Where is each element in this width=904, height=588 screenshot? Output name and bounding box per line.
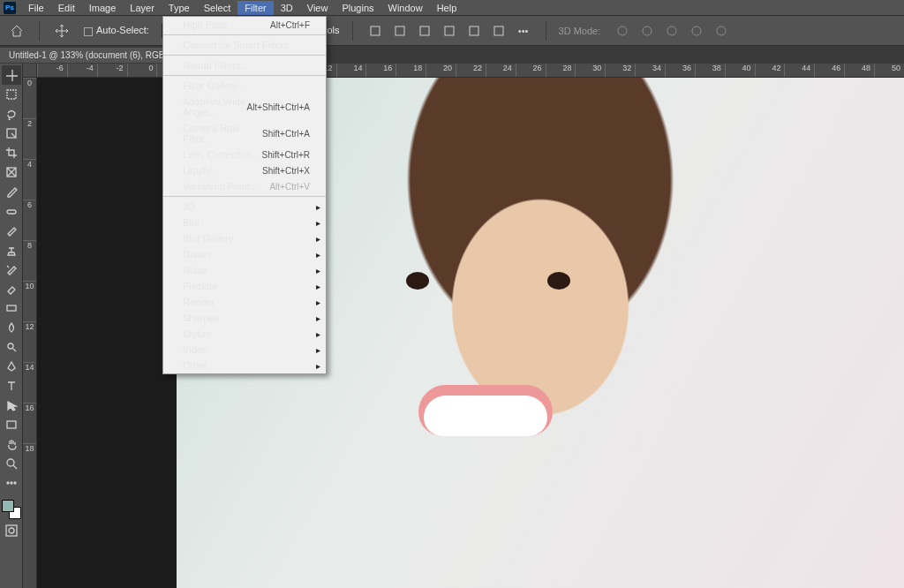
ruler-origin[interactable] [23,64,37,78]
spot-heal-tool[interactable] [2,201,21,221]
slide-3d-icon [687,21,706,41]
svg-rect-1 [396,26,404,35]
zoom-3d-icon [712,21,731,41]
menu-item-label: Noise [183,265,207,275]
align-horizontal-center-icon[interactable] [390,21,410,41]
filter-menu-item[interactable]: Blur [163,215,326,230]
svg-rect-3 [445,26,454,35]
menu-image[interactable]: Image [82,1,124,15]
type-tool[interactable] [2,376,21,396]
rectangle-tool[interactable] [2,415,21,434]
filter-menu-item[interactable]: Sharpen [163,310,326,326]
align-bottom-edges-icon[interactable] [489,21,508,41]
history-brush-tool[interactable] [2,260,21,279]
filter-menu-item[interactable]: Camera Raw Filter...Shift+Ctrl+A [163,120,326,147]
rect-marquee-tool[interactable] [2,85,21,104]
align-right-edges-icon[interactable] [415,21,434,41]
filter-menu-item: Convert for Smart Filters [163,37,326,53]
more-icon[interactable]: ••• [514,21,533,41]
align-vertical-center-icon[interactable] [464,21,484,41]
ruler-tick: 38 [695,64,725,77]
path-select-tool[interactable] [2,396,21,415]
edit-toolbar[interactable] [2,473,21,493]
ruler-tick: 34 [635,64,665,77]
svg-rect-22 [6,525,17,536]
svg-point-16 [8,343,13,349]
filter-menu-item[interactable]: Render [163,294,326,310]
menu-item-label: 3D [183,201,195,212]
frame-tool[interactable] [2,162,21,182]
ruler-tick: 0 [23,78,36,118]
ruler-tick: 18 [396,64,426,77]
ruler-tick: 8 [23,240,36,281]
pen-tool[interactable] [2,357,21,376]
filter-menu-item[interactable]: Noise [163,262,326,278]
align-top-edges-icon[interactable] [440,21,459,41]
document-tab-strip: Untitled-1 @ 133% (document (6), RGB… [0,46,904,64]
menu-type[interactable]: Type [162,1,197,15]
eraser-tool[interactable] [2,279,21,298]
brush-tool[interactable] [2,221,21,240]
menu-help[interactable]: Help [430,1,464,15]
quick-mask-icon[interactable] [2,521,21,540]
menu-layer[interactable]: Layer [123,1,162,15]
lasso-tool[interactable] [2,104,21,124]
auto-select-checkbox[interactable]: Auto-Select: [84,25,149,35]
move-tool[interactable] [2,65,21,85]
home-icon[interactable] [7,21,26,41]
filter-menu-item[interactable]: Lens Correction...Shift+Ctrl+R [163,147,326,162]
blur-tool[interactable] [2,318,21,337]
eyedropper-tool[interactable] [2,182,21,201]
ruler-tick: 4 [23,159,36,200]
zoom-tool[interactable] [2,454,21,473]
svg-rect-15 [7,305,16,311]
menu-edit[interactable]: Edit [51,1,82,15]
ruler-tick: 0 [127,64,157,77]
dodge-tool[interactable] [2,337,21,357]
filter-menu-item[interactable]: Video [163,342,326,358]
menu-item-label: Lens Correction... [183,149,260,160]
filter-menu-item[interactable]: Liquify...Shift+Ctrl+X [163,162,326,178]
menu-file[interactable]: File [21,1,51,15]
orbit-3d-icon [613,21,632,41]
ruler-tick: 36 [665,64,695,77]
filter-menu-item[interactable]: Distort [163,246,326,262]
hand-tool[interactable] [2,434,21,454]
svg-point-20 [11,482,12,484]
menu-plugins[interactable]: Plugins [335,1,380,15]
menu-view[interactable]: View [300,1,335,15]
svg-rect-0 [371,26,380,35]
menu-window[interactable]: Window [381,1,430,15]
menu-item-label: Blur Gallery [183,233,233,244]
filter-menu-item: Vanishing Point...Alt+Ctrl+V [163,178,326,194]
menu-select[interactable]: Select [197,1,238,15]
clone-stamp-tool[interactable] [2,240,21,260]
filter-menu-item[interactable]: Other [163,358,326,373]
crop-tool[interactable] [2,143,21,162]
filter-menu-item[interactable]: 3D [163,199,326,215]
object-select-tool[interactable] [2,124,21,143]
tools-panel [0,64,23,588]
menu-item-label: Neural Filters... [183,60,249,71]
filter-menu-item[interactable]: Blur Gallery [163,230,326,246]
menu-item-label: Convert for Smart Filters [183,40,289,50]
menu-item-shortcut: Shift+Ctrl+R [262,150,310,160]
roll-3d-icon [637,21,657,41]
move-tool-icon [52,21,72,41]
color-swatches[interactable] [2,500,21,519]
filter-menu-item[interactable]: Filter Gallery... [163,78,326,94]
gradient-tool[interactable] [2,298,21,318]
menu-3d[interactable]: 3D [274,1,300,15]
ruler-tick: -4 [67,64,97,77]
align-left-edges-icon[interactable] [365,21,385,41]
ruler-tick: 14 [23,362,36,403]
filter-menu-item[interactable]: High PassAlt+Ctrl+F [163,17,326,33]
filter-menu-item[interactable]: Stylize [163,326,326,342]
fg-color-swatch[interactable] [2,500,14,512]
filter-menu-item[interactable]: Pixelate [163,278,326,294]
menu-filter[interactable]: Filter [237,1,273,15]
svg-point-7 [643,26,652,35]
ruler-vertical[interactable]: 024681012141618 [23,78,37,588]
document-tab[interactable]: Untitled-1 @ 133% (document (6), RGB… [0,48,189,63]
filter-menu-item[interactable]: Adaptive Wide Angle...Alt+Shift+Ctrl+A [163,94,326,120]
